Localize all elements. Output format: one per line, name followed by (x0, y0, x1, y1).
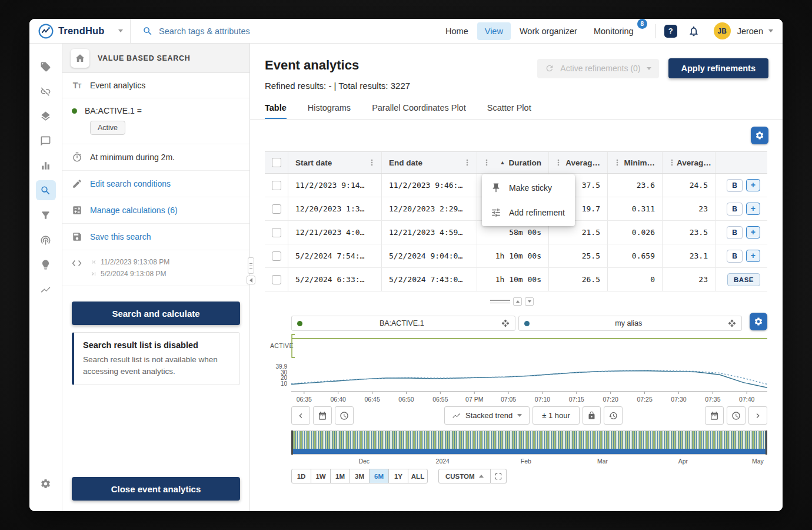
panel-resize-handle[interactable] (248, 257, 254, 274)
column-menu-icon[interactable] (554, 158, 563, 167)
start-date-picker-button[interactable] (313, 406, 332, 425)
add-refinement-chip[interactable]: + (746, 203, 760, 215)
row-checkbox[interactable] (272, 251, 281, 261)
rail-pulse-button[interactable] (36, 279, 56, 299)
tab-scatter-plot[interactable]: Scatter Plot (487, 103, 531, 120)
series-label: my alias (534, 319, 724, 327)
active-refinements-dropdown[interactable]: Active refinements (0) (537, 59, 658, 78)
brand-name: TrendHub (58, 25, 105, 37)
col-average-1: Averag… (565, 158, 600, 167)
base-chip[interactable]: B (727, 226, 743, 239)
menu-item-make-sticky[interactable]: Make sticky (482, 175, 575, 200)
tab-table[interactable]: Table (265, 103, 287, 120)
apply-refinements-button[interactable]: Apply refinements (668, 58, 769, 78)
rail-tag-button[interactable] (36, 57, 56, 77)
rail-bulb-button[interactable] (36, 254, 56, 274)
zoom-1w-button[interactable]: 1W (311, 469, 331, 483)
save-this-search-link[interactable]: Save this search (62, 224, 249, 250)
avatar[interactable]: JB (714, 22, 731, 39)
column-menu-icon[interactable] (482, 158, 491, 167)
save-icon (72, 231, 82, 242)
column-menu-icon[interactable] (367, 158, 377, 167)
rail-funnel-button[interactable] (36, 205, 56, 225)
condition-value-chip[interactable]: Active (90, 121, 125, 135)
rail-search-button[interactable] (36, 180, 56, 200)
base-chip[interactable]: B (727, 179, 743, 192)
help-button[interactable]: ? (664, 25, 677, 38)
menu-item-add-refinement[interactable]: Add refinement (482, 200, 575, 225)
start-time-picker-button[interactable] (335, 406, 354, 425)
trend-plot-svg[interactable] (291, 333, 767, 395)
user-menu-caret-icon[interactable] (768, 29, 773, 32)
timeline-left-handle[interactable] (291, 430, 293, 455)
zoom-1y-button[interactable]: 1Y (388, 469, 408, 483)
nav-monitoring[interactable]: Monitoring 8 (586, 22, 641, 40)
cell-end-date: 12/21/2023 4:59… (382, 221, 477, 244)
splitter-expand-up-button[interactable] (513, 297, 522, 306)
row-checkbox[interactable] (272, 204, 281, 214)
move-icon[interactable] (728, 319, 736, 327)
end-time-picker-button[interactable] (727, 406, 746, 425)
chart-settings-button[interactable] (750, 313, 767, 330)
table-settings-button[interactable] (751, 127, 768, 144)
rail-barchart-button[interactable] (36, 155, 56, 175)
rail-settings-button[interactable] (36, 473, 56, 493)
add-refinement-chip[interactable]: + (746, 226, 760, 238)
chart-type-dropdown[interactable]: Stacked trend (444, 406, 530, 425)
zoom-1d-button[interactable]: 1D (291, 469, 311, 483)
custom-range-button[interactable]: CUSTOM (438, 469, 491, 483)
base-state-chip[interactable]: BASE (727, 273, 760, 286)
tab-parallel-coordinates-plot[interactable]: Parallel Coordinates Plot (372, 103, 466, 120)
end-date-picker-button[interactable] (705, 406, 724, 425)
base-chip[interactable]: B (727, 250, 743, 263)
rail-layers-button[interactable] (36, 106, 56, 126)
tab-histograms[interactable]: Histograms (308, 103, 351, 120)
search-and-calculate-button[interactable]: Search and calculate (72, 302, 240, 325)
timeline-overview[interactable] (291, 430, 767, 455)
column-menu-icon[interactable] (613, 158, 622, 167)
base-chip[interactable]: B (727, 203, 743, 216)
nav-home[interactable]: Home (438, 22, 476, 40)
legend-chip[interactable]: my alias (518, 316, 743, 331)
panel-collapse-button[interactable] (247, 276, 255, 284)
row-checkbox[interactable] (272, 181, 281, 190)
global-search-input[interactable]: Search tags & attributes (131, 26, 438, 37)
rail-signal-button[interactable] (36, 230, 56, 250)
home-button[interactable] (71, 49, 89, 68)
edit-search-conditions-link[interactable]: Edit search conditions (62, 171, 249, 197)
splitter-expand-down-button[interactable] (525, 297, 534, 306)
lock-scales-button[interactable] (583, 406, 601, 425)
brand-menu-caret-icon[interactable] (118, 29, 123, 32)
select-all-checkbox[interactable] (272, 158, 281, 167)
nav-view[interactable]: View (477, 22, 511, 40)
trend-chart[interactable]: ACTIVE 39.9302010 06:3506:4006:4506:5006… (265, 333, 767, 406)
brand-section[interactable]: TrendHub (29, 19, 131, 43)
zoom-1m-button[interactable]: 1M (330, 469, 350, 483)
expand-timeline-button[interactable] (491, 469, 507, 483)
rail-comment-button[interactable] (36, 131, 56, 151)
rail-unlink-button[interactable] (36, 81, 56, 101)
move-icon[interactable] (501, 319, 510, 327)
zoom-all-button[interactable]: ALL (408, 469, 428, 483)
pan-right-button[interactable] (748, 406, 767, 425)
timeline-right-handle[interactable] (766, 430, 767, 455)
sort-asc-icon[interactable]: ▲ (500, 160, 505, 165)
add-refinement-chip[interactable]: + (746, 179, 760, 191)
manage-calculations-link[interactable]: Manage calculations (6) (62, 197, 249, 224)
zoom-6m-button[interactable]: 6M (369, 469, 389, 483)
close-event-analytics-button[interactable]: Close event analytics (72, 477, 240, 501)
zoom-3m-button[interactable]: 3M (350, 469, 370, 483)
history-button[interactable] (604, 406, 623, 425)
pan-left-button[interactable] (291, 406, 310, 425)
notifications-bell-icon[interactable] (688, 25, 700, 37)
legend-chip[interactable]: BA:ACTIVE.1 (291, 316, 515, 331)
splitter-grip[interactable] (490, 298, 510, 305)
column-menu-icon[interactable] (462, 158, 472, 167)
column-menu-icon[interactable] (667, 158, 677, 167)
row-checkbox[interactable] (272, 275, 281, 284)
nav-work-organizer[interactable]: Work organizer (512, 22, 585, 40)
table-row: 5/2/2024 7:54:…5/2/2024 9:04:0…1h 10m 00… (265, 244, 767, 268)
row-checkbox[interactable] (272, 228, 281, 237)
add-refinement-chip[interactable]: + (746, 250, 760, 262)
time-offset-dropdown[interactable]: ± 1 hour (533, 406, 580, 425)
